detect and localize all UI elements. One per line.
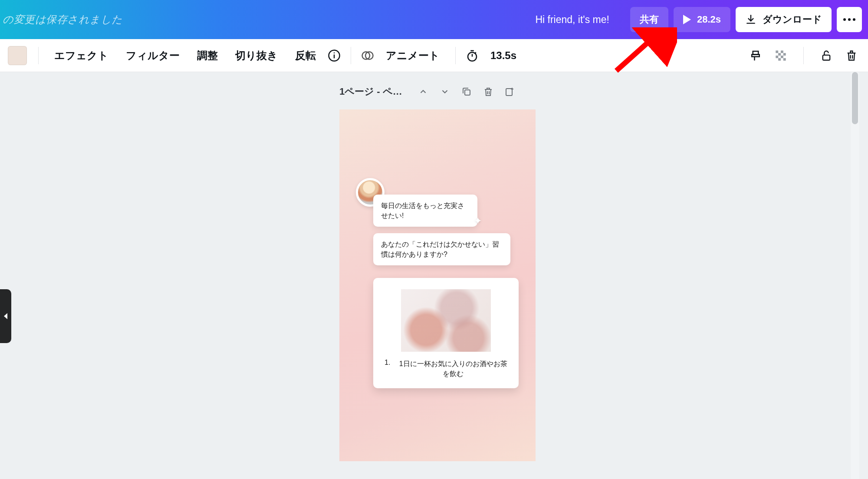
share-button[interactable]: 共有 <box>630 7 668 32</box>
filter-button[interactable]: フィルター <box>118 45 187 66</box>
toolbar-divider <box>38 47 39 64</box>
page-controls: 1ページ - ペー... <box>339 85 516 98</box>
svg-rect-14 <box>778 58 781 60</box>
sparkle-icon: ✦ <box>474 215 482 227</box>
adjust-button[interactable]: 調整 <box>189 45 226 66</box>
delete-page-icon[interactable] <box>482 85 495 98</box>
svg-rect-13 <box>781 56 783 58</box>
svg-rect-18 <box>506 89 512 96</box>
header-left: の変更は保存されました <box>6 13 530 26</box>
greeting-text: Hi friend, it's me! <box>535 14 609 26</box>
page-label[interactable]: 1ページ - ペー... <box>339 85 408 98</box>
trash-icon[interactable] <box>843 47 860 64</box>
editor-toolbar: エフェクト フィルター 調整 切り抜き 反転 アニメート 13.5s <box>0 39 868 72</box>
svg-rect-15 <box>783 58 786 60</box>
play-icon <box>683 15 691 24</box>
toolbar-right <box>747 47 860 64</box>
chat-bubble-2[interactable]: あなたの「これだけは欠かせない」習慣は何かありますか? <box>373 233 510 265</box>
chat-bubble-1[interactable]: 毎日の生活をもっと充実させたい! <box>373 195 477 227</box>
canvas-area[interactable]: 1ページ - ペー... 毎日の生活をもっと充実させたい! ✦ あなたの「これだ… <box>10 72 859 479</box>
svg-rect-8 <box>776 50 778 53</box>
add-page-icon[interactable] <box>503 85 516 98</box>
page-up-icon[interactable] <box>417 85 430 98</box>
toolbar-divider <box>455 47 456 64</box>
download-button[interactable]: ダウンロード <box>736 7 832 32</box>
bubble-2-text: あなたの「これだけは欠かせない」習慣は何かありますか? <box>381 241 499 258</box>
scrollbar-track[interactable] <box>851 72 859 479</box>
toolbar-divider <box>803 47 804 64</box>
duplicate-page-icon[interactable] <box>460 85 473 98</box>
timing-value[interactable]: 13.5s <box>483 46 524 65</box>
transparency-icon[interactable] <box>772 47 789 64</box>
card-image[interactable] <box>401 289 491 352</box>
animate-icon <box>359 47 376 64</box>
content-card[interactable]: 1. 1日に一杯お気に入りのお酒やお茶を飲む <box>373 278 519 388</box>
svg-rect-11 <box>783 53 786 56</box>
stopwatch-icon <box>464 47 481 64</box>
scrollbar-thumb[interactable] <box>852 72 858 124</box>
play-button[interactable]: 28.2s <box>674 7 730 32</box>
animate-button[interactable]: アニメート <box>378 45 447 66</box>
design-page[interactable]: 毎日の生活をもっと充実させたい! ✦ あなたの「これだけは欠かせない」習慣は何か… <box>339 109 536 461</box>
crop-button[interactable]: 切り抜き <box>227 45 286 66</box>
page-down-icon[interactable] <box>438 85 451 98</box>
svg-rect-17 <box>465 90 470 95</box>
card-row: 1. 1日に一杯お気に入りのお酒やお茶を飲む <box>385 359 507 379</box>
bubble-1-text: 毎日の生活をもっと充実させたい! <box>381 202 464 219</box>
play-duration: 28.2s <box>697 14 721 25</box>
app-header: の変更は保存されました Hi friend, it's me! 共有 28.2s… <box>0 0 868 39</box>
share-label: 共有 <box>640 13 659 26</box>
svg-point-3 <box>334 52 335 53</box>
download-icon <box>745 14 756 25</box>
style-copy-icon[interactable] <box>747 47 764 64</box>
more-icon <box>843 18 855 21</box>
info-icon[interactable] <box>326 47 343 64</box>
card-number: 1. <box>385 359 390 367</box>
download-label: ダウンロード <box>763 13 822 26</box>
svg-rect-16 <box>823 55 830 60</box>
header-right: Hi friend, it's me! 共有 28.2s ダウンロード <box>535 7 862 32</box>
card-text: 1日に一杯お気に入りのお酒やお茶を飲む <box>399 359 507 379</box>
lock-icon[interactable] <box>818 47 835 64</box>
autosave-status: の変更は保存されました <box>3 13 123 26</box>
flip-button[interactable]: 反転 <box>287 45 324 66</box>
svg-rect-12 <box>776 56 778 58</box>
svg-rect-9 <box>781 50 783 53</box>
svg-rect-10 <box>778 53 781 56</box>
toolbar-divider <box>351 47 351 64</box>
color-swatch[interactable] <box>8 46 27 65</box>
side-panel-toggle[interactable] <box>0 289 11 343</box>
effects-button[interactable]: エフェクト <box>46 45 116 66</box>
more-menu-button[interactable] <box>837 7 862 32</box>
